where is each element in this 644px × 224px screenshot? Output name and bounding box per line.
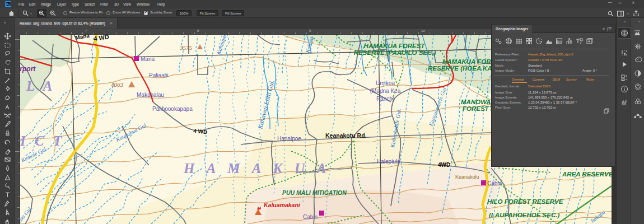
svg-text:3575: 3575 [179, 44, 193, 51]
svg-text:Cabin: Cabin [487, 180, 502, 186]
svg-text:HAMAKUA FOREST: HAMAKUA FOREST [364, 43, 426, 49]
svg-text:H A M A K U A: H A M A K U A [183, 161, 330, 176]
svg-text:(Mauna Kea: (Mauna Kea [370, 88, 401, 94]
svg-text:Cabin: Cabin [303, 214, 318, 220]
svg-text:MANOWA: MANOWA [461, 99, 491, 105]
svg-text:HAMAKUA FOR: HAMAKUA FOR [442, 58, 491, 65]
svg-text:RESERVE (HOEA KA: RESERVE (HOEA KA [428, 65, 492, 72]
svg-text:PUU MALI MITIGATION: PUU MALI MITIGATION [282, 189, 347, 196]
svg-text:Keanakotu Rd.: Keanakotu Rd. [325, 132, 367, 139]
svg-text:Keanakolu: Keanakolu [455, 174, 479, 180]
svg-text:Halepiula: Halepiula [377, 158, 400, 165]
svg-text:5: 5 [624, 52, 626, 56]
svg-text:Makahalau: Makahalau [137, 92, 164, 98]
svg-text:4WD: 4WD [438, 162, 450, 168]
svg-text:AREA RESERVE: AREA RESERVE [562, 171, 612, 178]
svg-text:RESERVE (PAAUILO SEC.): RESERVE (PAAUILO SEC.) [354, 49, 436, 56]
svg-text:Ranch): Ranch) [376, 96, 394, 102]
svg-text:Hanaipoe: Hanaipoe [277, 136, 301, 142]
svg-text:HILO FOREST RESERVE: HILO FOREST RESERVE [487, 198, 563, 205]
svg-text:Palihoookapapa: Palihoookapapa [152, 106, 193, 112]
svg-text:L A: L A [26, 78, 55, 94]
svg-text:Paliaalii: Paliaalii [149, 72, 168, 78]
svg-text:Umikoa: Umikoa [376, 80, 395, 86]
svg-text:Kaluamakani: Kaluamakani [264, 202, 301, 208]
svg-text:FOREST R: FOREST R [463, 105, 496, 112]
svg-text:Mana: Mana [141, 56, 155, 62]
svg-text:irport: irport [20, 65, 36, 73]
svg-text:I C T: I C T [20, 133, 64, 148]
svg-text:(LAUPAHOEHOE SEC.): (LAUPAHOEHOE SEC.) [489, 212, 559, 218]
svg-text:4063: 4063 [111, 81, 124, 88]
